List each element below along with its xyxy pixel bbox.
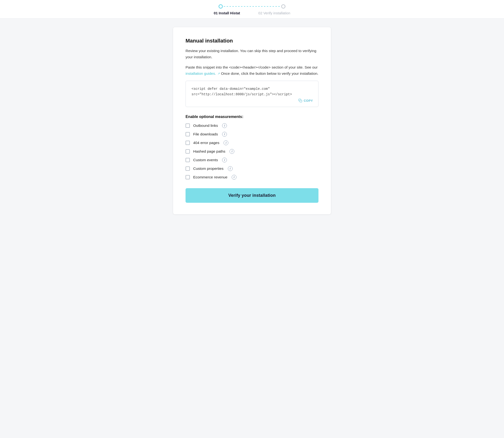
checkbox-custom-props[interactable] bbox=[185, 166, 190, 171]
label-hashed-paths: Hashed page paths bbox=[193, 149, 225, 153]
verify-button[interactable]: Verify your installation bbox=[185, 188, 319, 203]
stepper-labels: 01 Install Histat 02 Verify installation bbox=[214, 11, 290, 15]
step2-circle bbox=[281, 4, 286, 9]
code-box: <script defer data-domain="example.com" … bbox=[185, 81, 319, 107]
checkbox-item-ecommerce[interactable]: Ecommerce revenue i bbox=[185, 175, 319, 180]
info-icon-custom-props[interactable]: i bbox=[228, 166, 233, 171]
external-link-icon: ↗ bbox=[218, 72, 220, 75]
main-card: Manual installation Review your existing… bbox=[173, 27, 331, 214]
info-icon-error-pages[interactable]: i bbox=[224, 141, 228, 145]
checkbox-item-hashed-paths[interactable]: Hashed page paths i bbox=[185, 149, 319, 154]
info-icon-outbound[interactable]: i bbox=[222, 123, 227, 128]
copy-icon bbox=[298, 99, 302, 102]
checkbox-hashed-paths[interactable] bbox=[185, 149, 190, 153]
label-error-pages: 404 error pages bbox=[193, 141, 219, 145]
description-1: Review your existing installation. You c… bbox=[185, 48, 319, 60]
checkbox-item-file-downloads[interactable]: File downloads i bbox=[185, 132, 319, 137]
description-2: Paste this snippet into the <code><heade… bbox=[185, 64, 319, 77]
label-custom-props: Custom properties bbox=[193, 166, 224, 171]
checkbox-item-error-pages[interactable]: 404 error pages i bbox=[185, 141, 319, 145]
code-snippet: <script defer data-domain="example.com" … bbox=[192, 86, 312, 97]
info-icon-custom-events[interactable]: i bbox=[222, 158, 227, 162]
svg-rect-0 bbox=[300, 100, 302, 102]
info-icon-file-downloads[interactable]: i bbox=[222, 132, 227, 137]
info-icon-ecommerce[interactable]: i bbox=[232, 175, 236, 180]
checkbox-item-custom-props[interactable]: Custom properties i bbox=[185, 166, 319, 171]
checkbox-error-pages[interactable] bbox=[185, 141, 190, 145]
label-file-downloads: File downloads bbox=[193, 132, 218, 136]
copy-label: COPY bbox=[304, 99, 313, 102]
label-ecommerce: Ecommerce revenue bbox=[193, 175, 227, 179]
stepper-bar: 01 Install Histat 02 Verify installation bbox=[0, 0, 504, 19]
label-custom-events: Custom events bbox=[193, 158, 218, 162]
checkbox-file-downloads[interactable] bbox=[185, 132, 190, 136]
checkbox-item-custom-events[interactable]: Custom events i bbox=[185, 158, 319, 162]
measurements-title: Enable optional measurements: bbox=[185, 115, 319, 119]
checkbox-item-outbound[interactable]: Outbound links i bbox=[185, 123, 319, 128]
installation-guides-link[interactable]: installation guides. ↗ bbox=[185, 71, 220, 76]
step1-label: 01 Install Histat bbox=[214, 11, 240, 15]
checkbox-ecommerce[interactable] bbox=[185, 175, 190, 179]
section-title: Manual installation bbox=[185, 38, 319, 44]
step1-circle bbox=[218, 4, 223, 9]
info-icon-hashed-paths[interactable]: i bbox=[229, 149, 234, 154]
page-wrapper: Manual installation Review your existing… bbox=[0, 19, 504, 229]
step-line bbox=[224, 6, 280, 7]
checkbox-list: Outbound links i File downloads i 404 er… bbox=[185, 123, 319, 180]
step2-label: 02 Verify installation bbox=[258, 11, 290, 15]
checkbox-outbound[interactable] bbox=[185, 123, 190, 128]
checkbox-custom-events[interactable] bbox=[185, 158, 190, 162]
stepper-track bbox=[218, 4, 286, 9]
label-outbound: Outbound links bbox=[193, 123, 218, 128]
copy-button[interactable]: COPY bbox=[297, 98, 314, 103]
